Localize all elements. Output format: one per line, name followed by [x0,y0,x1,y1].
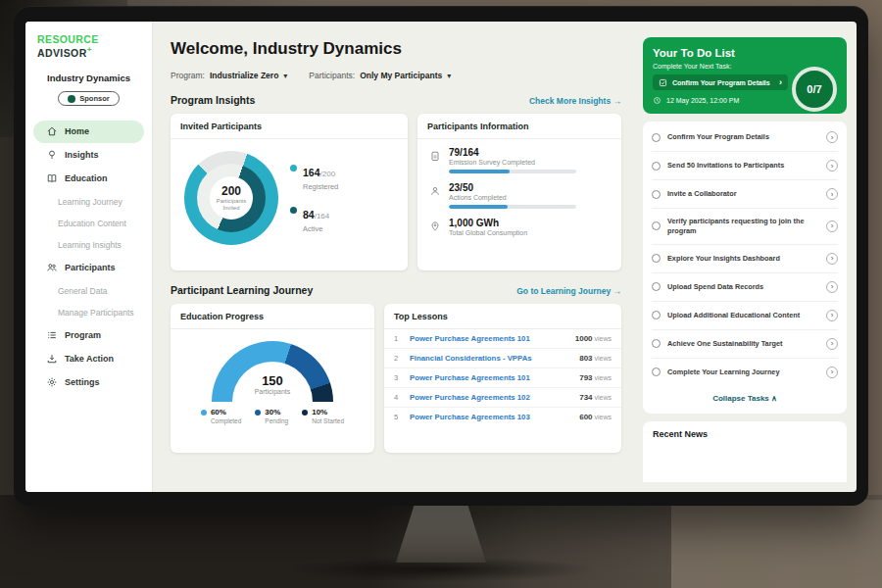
legend-dot [290,207,297,214]
monitor-frame: RESOURCE ADVISOR+ Industry Dynamics Spon… [14,6,868,506]
task-checkbox[interactable] [652,282,661,291]
next-task-button[interactable]: Confirm Your Program Details › [653,74,788,90]
task-checkbox[interactable] [652,311,661,319]
chevron-right-icon[interactable]: › [826,310,838,321]
lesson-link[interactable]: Power Purchase Agreements 101 [410,373,571,382]
collapse-tasks-link[interactable]: Collapse Tasks ∧ [652,386,838,412]
chevron-right-icon[interactable]: › [826,188,838,200]
lesson-link[interactable]: Power Purchase Agreements 103 [410,413,571,421]
chevron-right-icon[interactable]: › [826,131,838,143]
sidebar-item-insights[interactable]: Insights [33,144,144,167]
todo-panel: Your To Do List Complete Your Next Task:… [643,37,847,482]
sidebar-item-manage-participants[interactable]: Manage Participants [25,302,152,323]
sidebar-item-label: Insights [65,150,99,160]
resource-advisor-logo: RESOURCE ADVISOR+ [25,33,152,59]
task-checkbox[interactable] [652,254,661,263]
task-row[interactable]: Verify participants requesting to join t… [652,209,838,245]
sidebar-subitem-label: General Data [58,286,108,296]
task-checkbox[interactable] [652,133,661,142]
stat-emission-survey: 79/164 Emission Survey Completed [429,147,608,173]
lesson-link[interactable]: Power Purchase Agreements 101 [410,334,567,343]
sponsor-badge[interactable]: Sponsor [58,91,119,106]
sidebar-item-program[interactable]: Program [33,324,144,347]
sidebar-item-general-data[interactable]: General Data [25,280,152,302]
gauge-center-label: Participants [232,388,313,395]
task-row[interactable]: Achieve One Sustainability Target › [652,330,838,359]
program-insights-title: Program Insights [171,94,255,106]
invited-participants-donut-chart: 200 Participants Invited [184,151,278,245]
task-checkbox[interactable] [652,190,661,199]
clipboard-icon [429,148,441,160]
program-filter-label: Program: [171,71,205,80]
sidebar-item-label: Home [65,126,89,136]
participants-filter-label: Participants: [309,71,355,80]
participants-information-card: Participants Information 79/164 Emission… [417,114,621,270]
lesson-row: 5 Power Purchase Agreements 103 600 view… [384,408,621,426]
task-row[interactable]: Invite a Collaborator › [652,180,838,209]
sidebar-subitem-label: Learning Journey [58,197,122,207]
legend-not-started: 10% Not Started [302,408,344,424]
chevron-right-icon[interactable]: › [826,281,838,293]
task-checkbox[interactable] [652,221,661,230]
task-row[interactable]: Complete Your Learning Journey › [652,359,838,386]
lesson-link[interactable]: Power Purchase Agreements 102 [410,393,571,402]
photo-scene: RESOURCE ADVISOR+ Industry Dynamics Spon… [0,0,882,588]
go-to-learning-journey-link[interactable]: Go to Learning Journey → [516,286,621,296]
sidebar-item-take-action[interactable]: Take Action [33,348,144,370]
sidebar-subitem-label: Manage Participants [58,308,134,318]
chevron-right-icon[interactable]: › [826,253,838,265]
sidebar-item-education[interactable]: Education [33,168,144,190]
check-more-insights-link[interactable]: Check More Insights → [529,96,621,106]
sidebar-item-education-content[interactable]: Education Content [25,213,152,234]
take-action-icon [46,353,58,365]
legend-pending: 30% Pending [255,408,288,424]
chevron-down-icon: ▾ [283,72,287,80]
participants-dropdown[interactable]: Participants: Only My Participants ▾ [309,71,451,80]
education-progress-gauge-chart: 150 Participants [212,341,333,402]
sidebar-item-label: Participants [65,263,116,272]
task-checkbox[interactable] [652,162,661,171]
chevron-right-icon[interactable]: › [826,367,838,378]
task-checkbox[interactable] [652,339,661,348]
invited-participants-card: Invited Participants 200 Participants In… [171,114,408,270]
top-lessons-card: Top Lessons 1 Power Purchase Agreements … [384,304,621,453]
sidebar-item-learning-insights[interactable]: Learning Insights [25,234,152,256]
dashboard-screen: RESOURCE ADVISOR+ Industry Dynamics Spon… [25,22,857,492]
location-pin-icon [429,219,441,230]
chevron-right-icon[interactable]: › [826,220,838,232]
lesson-row: 2 Financial Considerations - VPPAs 803 v… [384,349,621,368]
task-row[interactable]: Explore Your Insights Dashboard › [652,245,838,273]
program-dropdown[interactable]: Program: Industrialize Zero ▾ [171,71,287,80]
card-title: Participants Information [417,114,621,139]
chevron-right-icon[interactable]: › [826,160,838,172]
legend-dot [255,410,261,416]
clock-icon [653,96,662,105]
task-row[interactable]: Send 50 Invitations to Participants › [652,152,838,180]
legend-dot [290,165,297,172]
sidebar-item-settings[interactable]: Settings [33,371,144,394]
task-row[interactable]: Confirm Your Program Details › [652,123,838,152]
task-checkbox[interactable] [652,368,661,376]
org-name: Industry Dynamics [25,73,152,83]
stat-global-consumption: 1,000 GWh Total Global Consumption [429,218,608,236]
participants-icon [46,262,58,273]
sidebar-item-label: Take Action [65,354,114,364]
donut-center-label: Participants Invited [215,198,248,212]
gauge-center-value: 150 [232,373,313,388]
donut-center-value: 200 [221,184,241,198]
sidebar-item-label: Settings [65,377,100,387]
sidebar-item-home[interactable]: Home [33,121,144,143]
task-row[interactable]: Upload Spend Data Records › [652,273,838,302]
card-title: Education Progress [171,304,374,329]
sidebar-item-participants[interactable]: Participants [33,257,144,279]
education-icon [46,172,58,184]
lesson-link[interactable]: Financial Considerations - VPPAs [410,354,571,363]
main-content: Welcome, Industry Dynamics Program: Indu… [153,22,635,492]
gear-icon [46,376,58,388]
sidebar-subitem-label: Education Content [58,219,126,228]
progress-bar [449,170,576,173]
chevron-right-icon[interactable]: › [826,338,838,350]
sidebar-item-learning-journey[interactable]: Learning Journey [25,191,152,213]
chevron-down-icon: ▾ [447,72,451,80]
task-row[interactable]: Upload Additional Educational Content › [652,302,838,330]
